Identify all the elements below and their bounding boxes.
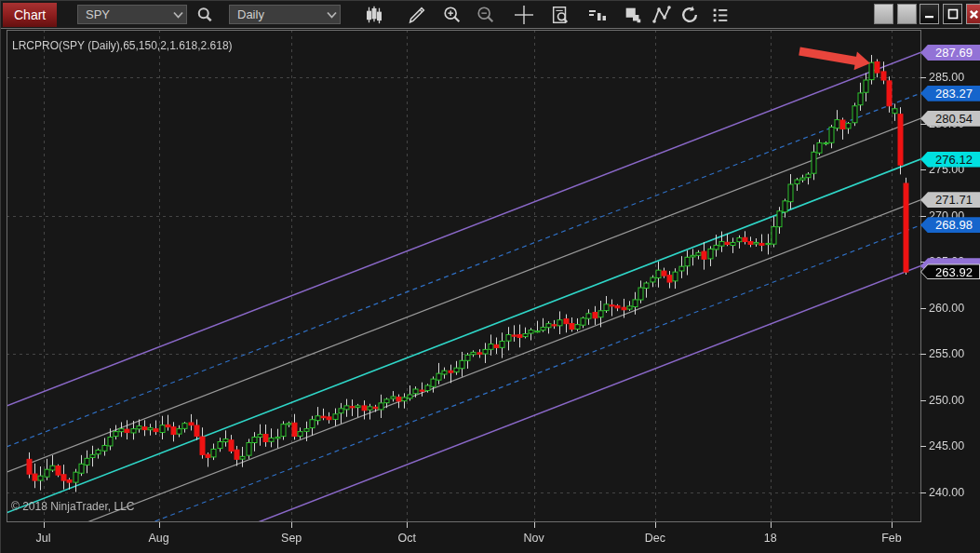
data-box-button[interactable] [548, 3, 572, 27]
time-tick [534, 522, 535, 528]
data-box-icon [550, 5, 571, 25]
price-badge: 280.54 [920, 111, 980, 127]
minimize-icon [924, 8, 935, 20]
indicator-label: LRCPRO(SPY (Daily),65,150,2,1.618,2.618) [12, 39, 233, 52]
price-badge: 283.27 [920, 86, 980, 101]
time-tick [407, 522, 408, 528]
chart-style-button[interactable] [362, 3, 386, 27]
price-tick-label: 260.00 [920, 301, 980, 316]
reload-button[interactable] [678, 3, 702, 27]
time-tick-label: Aug [148, 532, 168, 545]
reload-icon [679, 5, 700, 25]
drawing-objects-button[interactable] [650, 3, 674, 27]
time-tick [771, 522, 772, 528]
time-tick [892, 522, 893, 528]
time-axis[interactable]: JulAugSepOctNovDec18Feb [1, 521, 980, 553]
zoom-in-button[interactable] [440, 3, 464, 27]
search-icon [195, 6, 214, 24]
price-tick-label: 285.00 [920, 70, 980, 85]
price-chart-canvas[interactable] [1, 29, 980, 553]
titlebar: Chart SPY Daily [1, 1, 979, 29]
ninjatrader-chart-window: Chart SPY Daily [0, 0, 980, 553]
time-tick-label: Oct [397, 532, 415, 545]
drawing-tools-button[interactable] [405, 3, 429, 27]
price-tick-label: 245.00 [920, 438, 980, 453]
chevron-down-icon [169, 9, 186, 20]
price-tick-label: 240.00 [920, 485, 980, 500]
minimize-button[interactable] [920, 4, 939, 24]
properties-icon [710, 5, 731, 25]
polyline-icon [651, 4, 673, 26]
time-tick-label: 18 [764, 532, 777, 545]
crosshair-icon [513, 4, 535, 26]
properties-button[interactable] [708, 3, 732, 27]
strategies-icon [623, 5, 643, 25]
price-tick-label: 255.00 [920, 346, 980, 361]
strategies-button[interactable] [621, 3, 645, 27]
instrument-selector[interactable]: SPY [77, 5, 187, 24]
tile-button-2[interactable] [897, 4, 917, 24]
price-tick-label: 250.00 [920, 393, 980, 408]
price-badge: 276.12 [920, 152, 980, 168]
time-tick-label: Dec [645, 532, 665, 545]
zoom-out-icon [476, 5, 496, 25]
zoom-in-icon [442, 5, 463, 25]
time-tick-label: Sep [281, 532, 302, 545]
price-badge: 287.69 [920, 45, 980, 61]
time-tick [44, 522, 45, 528]
instrument-value: SPY [78, 7, 169, 21]
crosshair-button[interactable] [512, 3, 536, 27]
close-icon [969, 9, 979, 20]
time-tick [291, 522, 292, 528]
chart-area: LRCPRO(SPY (Daily),65,150,2,1.618,2.618)… [1, 29, 980, 553]
chart-tab[interactable]: Chart [3, 3, 57, 27]
chevron-down-icon [323, 9, 340, 20]
time-tick-label: Feb [881, 532, 902, 545]
interval-selector[interactable]: Daily [229, 5, 341, 24]
interval-value: Daily [230, 7, 323, 21]
close-button[interactable] [966, 4, 980, 24]
indicators-icon [586, 4, 609, 26]
time-tick-label: Nov [523, 532, 544, 545]
time-tick [159, 522, 160, 528]
last-price-badge: 263.92 [920, 263, 980, 279]
maximize-icon [947, 8, 959, 20]
tile-button-1[interactable] [874, 4, 893, 24]
time-tick-label: Jul [36, 532, 51, 545]
price-badge: 271.71 [920, 192, 980, 208]
time-tick [655, 522, 656, 528]
maximize-button[interactable] [943, 4, 962, 24]
indicators-button[interactable] [585, 3, 610, 27]
price-badge: 268.98 [920, 217, 980, 233]
pencil-icon [407, 5, 427, 25]
zoom-out-button[interactable] [474, 3, 498, 27]
instrument-search-button[interactable] [193, 3, 217, 27]
copyright-label: © 2018 NinjaTrader, LLC [11, 500, 134, 513]
bars-icon [364, 5, 384, 25]
price-axis[interactable]: 285.00280.00275.00270.00265.00260.00255.… [920, 29, 980, 522]
